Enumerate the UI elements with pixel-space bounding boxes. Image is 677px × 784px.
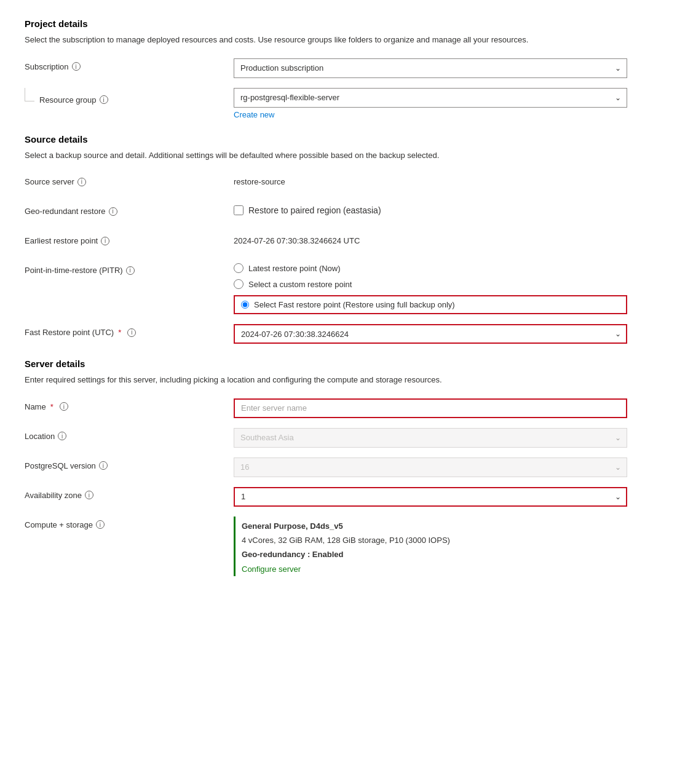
postgresql-version-dropdown-wrapper: 16 ⌄ <box>234 457 627 477</box>
resource-group-label: Resource group <box>39 95 97 105</box>
source-details-desc: Select a backup source and detail. Addit… <box>25 149 609 162</box>
subscription-dropdown-wrapper: Production subscription ⌄ <box>234 58 627 78</box>
project-details-section: Project details Select the subscription … <box>25 18 652 119</box>
resource-group-row: Resource group i rg-postgresql-flexible-… <box>25 88 652 119</box>
subscription-label: Subscription i <box>25 58 234 71</box>
availability-zone-dropdown-wrapper: 1 2 3 ⌄ <box>234 487 627 507</box>
resource-group-dropdown[interactable]: rg-postgresql-flexible-server <box>234 88 627 108</box>
pitr-info-icon[interactable]: i <box>126 266 135 275</box>
resource-group-info-icon[interactable]: i <box>100 95 108 104</box>
source-server-value: restore-source <box>234 173 627 186</box>
location-info-icon[interactable]: i <box>58 432 66 440</box>
server-name-input[interactable] <box>234 398 627 418</box>
resource-group-control: rg-postgresql-flexible-server ⌄ Create n… <box>234 88 627 119</box>
compute-storage-value: General Purpose, D4ds_v5 4 vCores, 32 Gi… <box>234 517 627 577</box>
fast-restore-dropdown-wrapper: 2024-07-26 07:30:38.3246624 ⌄ <box>234 324 627 344</box>
compute-storage-tier: General Purpose, D4ds_v5 <box>242 519 627 533</box>
compute-storage-control: General Purpose, D4ds_v5 4 vCores, 32 Gi… <box>234 517 627 577</box>
earliest-restore-label: Earliest restore point i <box>25 232 234 245</box>
earliest-restore-info-icon[interactable]: i <box>101 237 109 245</box>
pitr-option-3-label: Select Fast restore point (Restore using… <box>254 300 455 309</box>
configure-server-link[interactable]: Configure server <box>242 564 301 574</box>
availability-zone-dropdown[interactable]: 1 2 3 <box>234 487 627 507</box>
availability-zone-row: Availability zone i 1 2 3 ⌄ <box>25 487 652 507</box>
location-control: Southeast Asia ⌄ <box>234 428 627 448</box>
earliest-restore-row: Earliest restore point i 2024-07-26 07:3… <box>25 232 652 252</box>
pitr-option-3-box: Select Fast restore point (Restore using… <box>234 295 627 314</box>
postgresql-version-control: 16 ⌄ <box>234 457 627 477</box>
server-name-label: Name * i <box>25 398 234 411</box>
project-details-desc: Select the subscription to manage deploy… <box>25 34 609 46</box>
subscription-info-icon[interactable]: i <box>72 62 81 71</box>
geo-redundant-checkbox-label: Restore to paired region (eastasia) <box>248 205 381 215</box>
location-dropdown-wrapper: Southeast Asia ⌄ <box>234 428 627 448</box>
geo-redundant-checkbox[interactable] <box>234 205 243 215</box>
compute-storage-info-icon[interactable]: i <box>96 520 105 529</box>
server-details-desc: Enter required settings for this server,… <box>25 374 609 386</box>
location-row: Location i Southeast Asia ⌄ <box>25 428 652 448</box>
pitr-control: Latest restore point (Now) Select a cust… <box>234 262 627 314</box>
pitr-label: Point-in-time-restore (PITR) i <box>25 262 234 275</box>
geo-redundant-label: Geo-redundant restore i <box>25 203 234 216</box>
fast-restore-point-control: 2024-07-26 07:30:38.3246624 ⌄ <box>234 324 627 344</box>
location-dropdown[interactable]: Southeast Asia <box>234 428 627 448</box>
earliest-restore-text: 2024-07-26 07:30:38.3246624 UTC <box>234 232 627 245</box>
server-details-title: Server details <box>25 358 652 369</box>
fast-restore-dropdown[interactable]: 2024-07-26 07:30:38.3246624 <box>234 324 627 344</box>
pitr-option-1[interactable]: Latest restore point (Now) <box>234 263 627 273</box>
availability-zone-info-icon[interactable]: i <box>85 491 93 499</box>
compute-storage-row: Compute + storage i General Purpose, D4d… <box>25 517 652 577</box>
server-name-row: Name * i <box>25 398 652 418</box>
pitr-radio-3[interactable] <box>241 301 249 309</box>
server-details-section: Server details Enter required settings f… <box>25 358 652 576</box>
pitr-row: Point-in-time-restore (PITR) i Latest re… <box>25 262 652 314</box>
source-details-title: Source details <box>25 134 652 145</box>
compute-storage-geo-redundancy: Geo-redundancy : Enabled <box>242 547 627 561</box>
resource-group-label-area: Resource group i <box>25 88 234 105</box>
geo-redundant-row: Geo-redundant restore i Restore to paire… <box>25 203 652 223</box>
earliest-restore-value: 2024-07-26 07:30:38.3246624 UTC <box>234 232 627 245</box>
source-server-label: Source server i <box>25 173 234 186</box>
source-server-text: restore-source <box>234 173 627 186</box>
source-server-info-icon[interactable]: i <box>77 178 86 186</box>
create-new-link[interactable]: Create new <box>234 110 627 119</box>
pitr-radio-1[interactable] <box>234 263 243 273</box>
geo-redundant-control: Restore to paired region (eastasia) <box>234 203 627 215</box>
source-details-section: Source details Select a backup source an… <box>25 134 652 344</box>
availability-zone-control: 1 2 3 ⌄ <box>234 487 627 507</box>
fast-restore-required-star: * <box>118 328 121 337</box>
fast-restore-point-row: Fast Restore point (UTC) * i 2024-07-26 … <box>25 324 652 344</box>
postgresql-version-dropdown[interactable]: 16 <box>234 457 627 477</box>
subscription-control: Production subscription ⌄ <box>234 58 627 78</box>
server-name-info-icon[interactable]: i <box>60 402 68 411</box>
compute-storage-specs: 4 vCores, 32 GiB RAM, 128 GiB storage, P… <box>242 533 627 547</box>
subscription-row: Subscription i Production subscription ⌄ <box>25 58 652 78</box>
pitr-option-1-label: Latest restore point (Now) <box>248 264 341 273</box>
availability-zone-label: Availability zone i <box>25 487 234 500</box>
location-label: Location i <box>25 428 234 441</box>
pitr-radio-2[interactable] <box>234 279 243 289</box>
source-server-row: Source server i restore-source <box>25 173 652 193</box>
pitr-radio-group: Latest restore point (Now) Select a cust… <box>234 262 627 314</box>
geo-redundant-checkbox-row: Restore to paired region (eastasia) <box>234 203 627 215</box>
pitr-option-2[interactable]: Select a custom restore point <box>234 279 627 289</box>
geo-redundant-info-icon[interactable]: i <box>109 207 117 216</box>
postgresql-version-row: PostgreSQL version i 16 ⌄ <box>25 457 652 477</box>
subscription-dropdown[interactable]: Production subscription <box>234 58 627 78</box>
project-details-title: Project details <box>25 18 652 29</box>
postgresql-version-label: PostgreSQL version i <box>25 457 234 470</box>
pitr-option-2-label: Select a custom restore point <box>248 280 352 289</box>
postgresql-version-info-icon[interactable]: i <box>99 461 108 470</box>
compute-storage-label: Compute + storage i <box>25 517 234 529</box>
fast-restore-point-label: Fast Restore point (UTC) * i <box>25 324 234 337</box>
server-name-required-star: * <box>50 402 53 411</box>
server-name-control <box>234 398 627 418</box>
fast-restore-info-icon[interactable]: i <box>127 328 136 337</box>
resource-group-dropdown-wrapper: rg-postgresql-flexible-server ⌄ <box>234 88 627 108</box>
